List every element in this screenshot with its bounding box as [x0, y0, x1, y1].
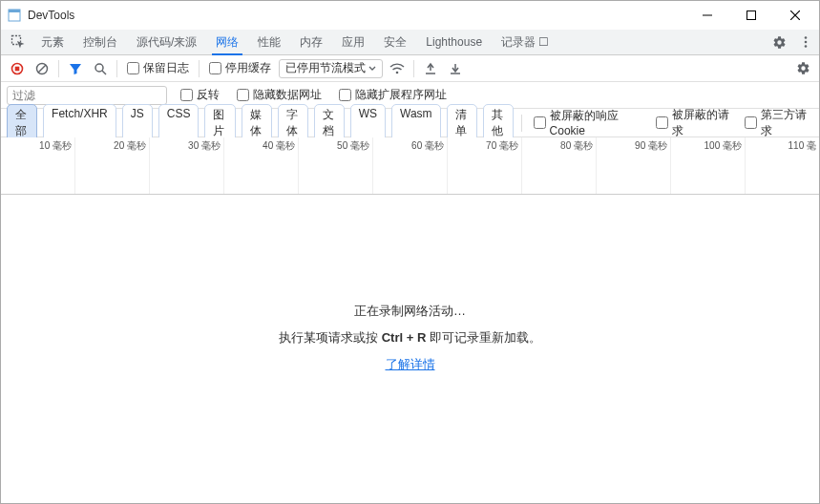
timeline-tick-label: 40 毫秒 [263, 139, 295, 153]
type-pill-7[interactable]: 文档 [314, 104, 345, 142]
timeline-tick: 40 毫秒 [224, 137, 299, 194]
blocked-response-cookies-checkbox[interactable]: 被屏蔽的响应 Cookie [530, 108, 647, 137]
svg-line-15 [102, 71, 106, 74]
divider [521, 115, 522, 132]
divider [199, 60, 200, 77]
blocked-requests-checkbox[interactable]: 被屏蔽的请求 [652, 107, 735, 139]
third-party-checkbox[interactable]: 第三方请求 [741, 107, 813, 139]
invert-checkbox[interactable]: 反转 [177, 87, 223, 103]
divider [116, 60, 117, 77]
tab-4[interactable]: 性能 [248, 30, 290, 54]
svg-point-16 [396, 71, 399, 74]
inspect-icon[interactable] [5, 30, 32, 54]
throttling-label: 已停用节流模式 [285, 60, 366, 76]
type-pill-9[interactable]: Wasm [391, 104, 441, 142]
learn-more-link[interactable]: 了解详情 [386, 356, 435, 373]
type-pill-1[interactable]: Fetch/XHR [43, 104, 116, 142]
timeline-tick-label: 60 毫秒 [411, 139, 444, 153]
hide-extension-urls-checkbox[interactable]: 隐藏扩展程序网址 [335, 87, 451, 103]
type-pill-8[interactable]: WS [350, 104, 386, 142]
hide-data-urls-label: 隐藏数据网址 [253, 87, 322, 103]
tab-3[interactable]: 网络 [206, 30, 248, 54]
network-toolbar: 保留日志 停用缓存 已停用节流模式 [1, 55, 819, 82]
timeline-tick-label: 50 毫秒 [337, 139, 369, 153]
tab-2[interactable]: 源代码/来源 [127, 30, 206, 54]
tab-5[interactable]: 内存 [290, 30, 332, 54]
timeline-tick-label: 100 毫秒 [704, 139, 742, 153]
record-button[interactable] [7, 58, 28, 79]
panel-tabs: 元素控制台源代码/来源网络性能内存应用安全Lighthouse记录器 ☐ [1, 30, 819, 55]
tab-7[interactable]: 安全 [374, 30, 416, 54]
clear-button[interactable] [32, 58, 53, 79]
throttling-select[interactable]: 已停用节流模式 [279, 59, 383, 78]
timeline-overview[interactable]: 10 毫秒20 毫秒30 毫秒40 毫秒50 毫秒60 毫秒70 毫秒80 毫秒… [1, 137, 819, 195]
type-pill-10[interactable]: 清单 [447, 104, 477, 142]
svg-point-14 [95, 64, 103, 72]
svg-rect-1 [9, 10, 20, 12]
timeline-tick-label: 80 毫秒 [560, 139, 593, 153]
empty-line2: 执行某项请求或按 Ctrl + R 即可记录重新加载。 [279, 329, 541, 346]
svg-rect-11 [15, 66, 20, 71]
import-har-icon[interactable] [445, 58, 466, 79]
filter-toggle-icon[interactable] [65, 58, 86, 79]
svg-point-8 [805, 41, 808, 44]
type-pill-4[interactable]: 图片 [204, 104, 235, 142]
network-conditions-icon[interactable] [387, 58, 408, 79]
timeline-tick-label: 90 毫秒 [635, 139, 667, 153]
type-pill-2[interactable]: JS [122, 104, 153, 142]
timeline-tick: 70 毫秒 [448, 137, 522, 194]
preserve-log-label: 保留日志 [143, 60, 189, 76]
svg-rect-3 [747, 11, 756, 20]
timeline-tick: 20 毫秒 [75, 137, 150, 194]
type-pill-11[interactable]: 其他 [483, 104, 514, 142]
shortcut-key: Ctrl + R [382, 330, 427, 345]
minimize-button[interactable] [685, 1, 729, 30]
settings-icon[interactable] [766, 30, 792, 54]
timeline-tick: 50 毫秒 [299, 137, 373, 194]
divider [58, 60, 59, 77]
type-pill-3[interactable]: CSS [158, 104, 200, 142]
type-pill-0[interactable]: 全部 [7, 104, 37, 142]
timeline-tick-label: 30 毫秒 [188, 139, 221, 153]
preserve-log-checkbox[interactable]: 保留日志 [123, 60, 193, 76]
svg-line-13 [38, 65, 46, 73]
close-button[interactable] [773, 1, 817, 30]
timeline-tick-label: 20 毫秒 [114, 139, 146, 153]
export-har-icon[interactable] [420, 58, 441, 79]
hide-data-urls-checkbox[interactable]: 隐藏数据网址 [233, 87, 326, 103]
tab-9[interactable]: 记录器 ☐ [492, 30, 558, 54]
maximize-button[interactable] [729, 1, 773, 30]
timeline-tick: 60 毫秒 [373, 137, 448, 194]
timeline-tick: 30 毫秒 [150, 137, 224, 194]
timeline-tick: 10 毫秒 [1, 137, 75, 194]
svg-point-7 [805, 36, 808, 39]
tab-1[interactable]: 控制台 [74, 30, 127, 54]
timeline-tick: 90 毫秒 [597, 137, 671, 194]
timeline-tick-label: 70 毫秒 [486, 139, 518, 153]
timeline-tick: 80 毫秒 [522, 137, 597, 194]
invert-label: 反转 [197, 87, 220, 103]
window-titlebar: DevTools [1, 1, 819, 30]
app-icon [7, 8, 22, 23]
timeline-tick: 100 毫秒 [671, 137, 746, 194]
disable-cache-checkbox[interactable]: 停用缓存 [205, 60, 275, 76]
timeline-tick-label: 10 毫秒 [39, 139, 72, 153]
timeline-tick: 110 毫 [746, 137, 819, 194]
window-title: DevTools [28, 9, 74, 22]
tab-8[interactable]: Lighthouse [416, 30, 492, 54]
tab-0[interactable]: 元素 [32, 30, 74, 54]
tab-6[interactable]: 应用 [332, 30, 374, 54]
hide-extension-urls-label: 隐藏扩展程序网址 [355, 87, 447, 103]
network-settings-icon[interactable] [792, 58, 813, 79]
search-icon[interactable] [90, 58, 111, 79]
filter-input[interactable] [7, 86, 167, 105]
timeline-tick-label: 110 毫 [788, 139, 816, 153]
request-type-bar: 全部Fetch/XHRJSCSS图片媒体字体文档WSWasm清单其他 被屏蔽的响… [1, 109, 819, 137]
preserve-log-input[interactable] [127, 62, 139, 74]
window-controls [685, 1, 817, 30]
chevron-down-icon [368, 65, 376, 73]
more-icon[interactable] [792, 30, 819, 54]
type-pill-5[interactable]: 媒体 [242, 104, 272, 142]
disable-cache-input[interactable] [209, 62, 221, 74]
type-pill-6[interactable]: 字体 [278, 104, 308, 142]
